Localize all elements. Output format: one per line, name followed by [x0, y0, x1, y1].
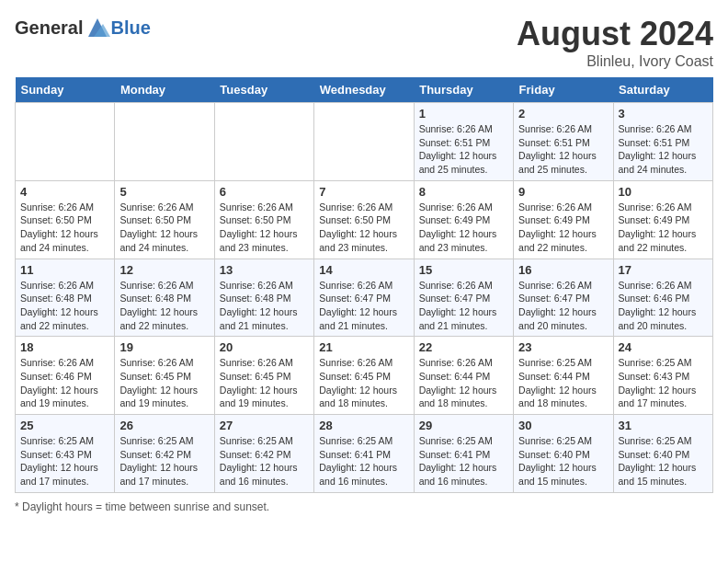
calendar-day-cell: 29Sunrise: 6:25 AMSunset: 6:41 PMDayligh…: [414, 415, 513, 493]
calendar-day-cell: 23Sunrise: 6:25 AMSunset: 6:44 PMDayligh…: [514, 337, 613, 415]
day-info: Sunrise: 6:25 AMSunset: 6:42 PMDaylight:…: [220, 434, 309, 488]
day-number: 20: [220, 340, 309, 354]
day-number: 26: [119, 419, 209, 432]
day-number: 22: [419, 340, 508, 354]
calendar-day-cell: 11Sunrise: 6:26 AMSunset: 6:48 PMDayligh…: [16, 259, 115, 337]
calendar-day-cell: 2Sunrise: 6:26 AMSunset: 6:51 PMDaylight…: [514, 103, 613, 181]
logo: General Blue: [15, 15, 151, 40]
calendar-day-cell: 31Sunrise: 6:25 AMSunset: 6:40 PMDayligh…: [613, 415, 712, 493]
day-info: Sunrise: 6:26 AMSunset: 6:49 PMDaylight:…: [518, 201, 608, 255]
day-info: Sunrise: 6:26 AMSunset: 6:48 PMDaylight:…: [119, 279, 209, 333]
calendar-day-cell: 21Sunrise: 6:26 AMSunset: 6:45 PMDayligh…: [314, 337, 414, 415]
day-number: 16: [518, 263, 608, 277]
calendar-day-cell: 28Sunrise: 6:25 AMSunset: 6:41 PMDayligh…: [314, 415, 414, 493]
calendar-day-cell: 30Sunrise: 6:25 AMSunset: 6:40 PMDayligh…: [514, 415, 613, 493]
calendar-day-cell: 8Sunrise: 6:26 AMSunset: 6:49 PMDaylight…: [414, 180, 513, 259]
day-info: Sunrise: 6:26 AMSunset: 6:46 PMDaylight:…: [20, 356, 109, 410]
day-info: Sunrise: 6:26 AMSunset: 6:49 PMDaylight:…: [619, 201, 708, 255]
calendar-day-header: Friday: [514, 77, 613, 103]
day-info: Sunrise: 6:25 AMSunset: 6:42 PMDaylight:…: [119, 434, 209, 488]
calendar-day-cell: 14Sunrise: 6:26 AMSunset: 6:47 PMDayligh…: [314, 259, 414, 337]
calendar-day-cell: [16, 103, 115, 181]
day-number: 17: [619, 263, 708, 277]
calendar-week-row: 25Sunrise: 6:25 AMSunset: 6:43 PMDayligh…: [16, 415, 713, 493]
day-number: 21: [319, 340, 408, 354]
day-number: 13: [220, 263, 309, 277]
calendar-day-cell: 9Sunrise: 6:26 AMSunset: 6:49 PMDaylight…: [514, 180, 613, 259]
day-number: 8: [419, 185, 508, 199]
calendar-day-cell: 19Sunrise: 6:26 AMSunset: 6:45 PMDayligh…: [115, 337, 214, 415]
calendar-day-header: Thursday: [414, 77, 513, 103]
day-number: 23: [518, 340, 608, 354]
calendar-day-cell: 22Sunrise: 6:26 AMSunset: 6:44 PMDayligh…: [414, 337, 513, 415]
day-info: Sunrise: 6:26 AMSunset: 6:50 PMDaylight:…: [119, 201, 209, 255]
day-info: Sunrise: 6:26 AMSunset: 6:51 PMDaylight:…: [619, 122, 708, 177]
calendar-header-row: SundayMondayTuesdayWednesdayThursdayFrid…: [16, 77, 713, 103]
day-info: Sunrise: 6:25 AMSunset: 6:43 PMDaylight:…: [20, 434, 109, 488]
day-info: Sunrise: 6:26 AMSunset: 6:48 PMDaylight:…: [220, 279, 309, 333]
calendar-week-row: 11Sunrise: 6:26 AMSunset: 6:48 PMDayligh…: [16, 259, 713, 337]
calendar-day-cell: 26Sunrise: 6:25 AMSunset: 6:42 PMDayligh…: [115, 415, 214, 493]
calendar-day-cell: 27Sunrise: 6:25 AMSunset: 6:42 PMDayligh…: [214, 415, 313, 493]
calendar-day-cell: 7Sunrise: 6:26 AMSunset: 6:50 PMDaylight…: [314, 180, 414, 259]
day-info: Sunrise: 6:25 AMSunset: 6:43 PMDaylight:…: [619, 356, 708, 410]
calendar-day-cell: 15Sunrise: 6:26 AMSunset: 6:47 PMDayligh…: [414, 259, 513, 337]
day-number: 10: [619, 185, 708, 199]
calendar-day-header: Monday: [115, 77, 214, 103]
day-info: Sunrise: 6:26 AMSunset: 6:47 PMDaylight:…: [518, 279, 608, 333]
day-info: Sunrise: 6:25 AMSunset: 6:40 PMDaylight:…: [518, 434, 608, 488]
calendar-day-cell: 6Sunrise: 6:26 AMSunset: 6:50 PMDaylight…: [214, 180, 313, 259]
day-number: 11: [20, 263, 109, 277]
calendar-day-header: Saturday: [613, 77, 712, 103]
day-info: Sunrise: 6:26 AMSunset: 6:51 PMDaylight:…: [518, 122, 608, 177]
calendar-day-cell: 5Sunrise: 6:26 AMSunset: 6:50 PMDaylight…: [115, 180, 214, 259]
calendar-day-cell: 25Sunrise: 6:25 AMSunset: 6:43 PMDayligh…: [16, 415, 115, 493]
day-number: 3: [619, 107, 708, 121]
page-header: General Blue August 2024 Blinleu, Ivory …: [15, 15, 713, 70]
day-number: 14: [319, 263, 408, 277]
day-info: Sunrise: 6:26 AMSunset: 6:45 PMDaylight:…: [319, 356, 408, 410]
calendar-day-cell: 18Sunrise: 6:26 AMSunset: 6:46 PMDayligh…: [16, 337, 115, 415]
day-number: 18: [20, 340, 109, 354]
calendar-day-cell: 20Sunrise: 6:26 AMSunset: 6:45 PMDayligh…: [214, 337, 313, 415]
day-info: Sunrise: 6:26 AMSunset: 6:48 PMDaylight:…: [20, 279, 109, 333]
calendar-week-row: 4Sunrise: 6:26 AMSunset: 6:50 PMDaylight…: [16, 180, 713, 259]
day-number: 15: [419, 263, 508, 277]
day-number: 25: [20, 419, 109, 432]
day-number: 6: [220, 185, 309, 199]
day-info: Sunrise: 6:26 AMSunset: 6:47 PMDaylight:…: [319, 279, 408, 333]
calendar-day-cell: [314, 103, 414, 181]
month-year-title: August 2024: [517, 15, 713, 53]
logo-icon: [85, 15, 110, 40]
calendar-day-cell: 1Sunrise: 6:26 AMSunset: 6:51 PMDaylight…: [414, 103, 513, 181]
calendar-day-header: Wednesday: [314, 77, 414, 103]
day-info: Sunrise: 6:25 AMSunset: 6:41 PMDaylight:…: [319, 434, 408, 488]
day-number: 30: [518, 419, 608, 432]
day-info: Sunrise: 6:26 AMSunset: 6:45 PMDaylight:…: [119, 356, 209, 410]
calendar-day-cell: [115, 103, 214, 181]
calendar-table: SundayMondayTuesdayWednesdayThursdayFrid…: [15, 77, 713, 493]
day-number: 2: [518, 107, 608, 121]
day-info: Sunrise: 6:25 AMSunset: 6:44 PMDaylight:…: [518, 356, 608, 410]
calendar-day-cell: 3Sunrise: 6:26 AMSunset: 6:51 PMDaylight…: [613, 103, 712, 181]
day-number: 12: [119, 263, 209, 277]
calendar-day-cell: 16Sunrise: 6:26 AMSunset: 6:47 PMDayligh…: [514, 259, 613, 337]
day-info: Sunrise: 6:26 AMSunset: 6:49 PMDaylight:…: [419, 201, 508, 255]
calendar-day-cell: 24Sunrise: 6:25 AMSunset: 6:43 PMDayligh…: [613, 337, 712, 415]
day-number: 4: [20, 185, 109, 199]
calendar-day-cell: 17Sunrise: 6:26 AMSunset: 6:46 PMDayligh…: [613, 259, 712, 337]
day-info: Sunrise: 6:25 AMSunset: 6:41 PMDaylight:…: [419, 434, 508, 488]
day-number: 19: [119, 340, 209, 354]
day-info: Sunrise: 6:26 AMSunset: 6:45 PMDaylight:…: [220, 356, 309, 410]
day-number: 27: [220, 419, 309, 432]
logo-blue-text: Blue: [110, 17, 150, 39]
footer-note: * Daylight hours = time between sunrise …: [15, 500, 713, 513]
day-info: Sunrise: 6:26 AMSunset: 6:50 PMDaylight:…: [20, 201, 109, 255]
day-number: 7: [319, 185, 408, 199]
day-number: 28: [319, 419, 408, 432]
day-number: 29: [419, 419, 508, 432]
calendar-day-cell: 10Sunrise: 6:26 AMSunset: 6:49 PMDayligh…: [613, 180, 712, 259]
day-info: Sunrise: 6:26 AMSunset: 6:51 PMDaylight:…: [419, 122, 508, 177]
calendar-day-header: Sunday: [16, 77, 115, 103]
calendar-day-cell: 12Sunrise: 6:26 AMSunset: 6:48 PMDayligh…: [115, 259, 214, 337]
